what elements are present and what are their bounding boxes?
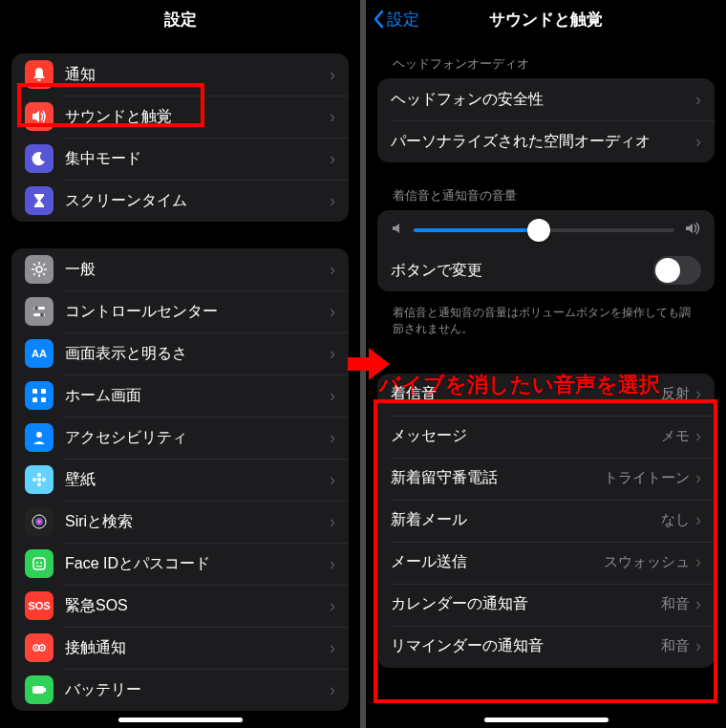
sound-label: 新着メール bbox=[391, 510, 661, 530]
slider-fill bbox=[414, 228, 539, 232]
sound-row[interactable]: 新着留守番電話トライトーン› bbox=[377, 458, 715, 500]
settings-screen: 設定 通知›サウンドと触覚›集中モード›スクリーンタイム› 一般›コントロールセ… bbox=[0, 0, 360, 728]
settings-row-moon[interactable]: 集中モード› bbox=[11, 138, 349, 180]
settings-row-SOS[interactable]: SOS緊急SOS› bbox=[11, 585, 349, 627]
chevron-right-icon: › bbox=[330, 638, 335, 658]
sound-row[interactable]: メール送信スウォッシュ› bbox=[377, 542, 715, 584]
sounds-haptics-screen: 設定 サウンドと触覚 ヘッドフォンオーディオ ヘッドフォンの安全性›パーソナライ… bbox=[366, 0, 726, 728]
row-label: 集中モード bbox=[65, 149, 330, 169]
chevron-right-icon: › bbox=[330, 680, 335, 700]
settings-row-speaker[interactable]: サウンドと触覚› bbox=[11, 96, 349, 138]
section-header-headphone: ヘッドフォンオーディオ bbox=[366, 38, 726, 78]
settings-row-siri[interactable]: Siriと検索› bbox=[11, 501, 349, 543]
svg-rect-25 bbox=[32, 686, 44, 694]
row-label: 通知 bbox=[65, 65, 330, 85]
SOS-icon: SOS bbox=[25, 591, 53, 620]
back-button[interactable]: 設定 bbox=[374, 9, 419, 31]
headphone-group: ヘッドフォンの安全性›パーソナライズされた空間オーディオ› bbox=[377, 78, 715, 162]
sound-label: カレンダーの通知音 bbox=[391, 594, 661, 614]
svg-rect-8 bbox=[41, 397, 46, 402]
row-label: Face IDとパスコード bbox=[65, 554, 330, 574]
settings-row-switches[interactable]: コントロールセンター› bbox=[11, 290, 349, 332]
chevron-left-icon bbox=[374, 10, 385, 29]
sound-label: 新着留守番電話 bbox=[391, 468, 604, 488]
chevron-right-icon: › bbox=[330, 428, 335, 448]
chevron-right-icon: › bbox=[330, 512, 335, 532]
slider-thumb[interactable] bbox=[527, 219, 550, 242]
face-icon bbox=[25, 549, 53, 578]
svg-point-12 bbox=[37, 482, 41, 486]
home-indicator[interactable] bbox=[484, 717, 609, 722]
svg-rect-6 bbox=[41, 389, 46, 394]
contact-icon bbox=[25, 633, 53, 662]
moon-icon bbox=[25, 144, 53, 173]
row-label: スクリーンタイム bbox=[65, 191, 330, 211]
svg-point-10 bbox=[37, 478, 41, 482]
row-label: 緊急SOS bbox=[65, 596, 330, 616]
row-label: Siriと検索 bbox=[65, 512, 330, 532]
sound-value: なし bbox=[661, 511, 690, 529]
settings-row-flower[interactable]: 壁紙› bbox=[11, 459, 349, 501]
svg-point-14 bbox=[42, 478, 46, 482]
sound-value: 反射 bbox=[661, 385, 690, 403]
sound-row[interactable]: リマインダーの通知音和音› bbox=[377, 626, 715, 668]
change-with-buttons-row[interactable]: ボタンで変更 bbox=[377, 249, 715, 291]
volume-group: ボタンで変更 bbox=[377, 210, 715, 291]
settings-row-gear[interactable]: 一般› bbox=[11, 248, 349, 290]
chevron-right-icon: › bbox=[330, 260, 335, 280]
sound-value: スウォッシュ bbox=[604, 553, 690, 571]
sound-row[interactable]: 新着メールなし› bbox=[377, 500, 715, 542]
volume-low-icon bbox=[391, 222, 404, 238]
arrow-annotation bbox=[348, 346, 390, 386]
sound-label: メール送信 bbox=[391, 552, 604, 572]
chevron-right-icon: › bbox=[695, 426, 701, 446]
change-with-buttons-toggle[interactable] bbox=[653, 256, 701, 285]
svg-point-9 bbox=[36, 432, 42, 438]
settings-row-grid[interactable]: ホーム画面› bbox=[11, 375, 349, 417]
sound-row[interactable]: メッセージメモ› bbox=[377, 416, 715, 458]
settings-group-2: 一般›コントロールセンター›AA画面表示と明るさ›ホーム画面›アクセシビリティ›… bbox=[11, 248, 349, 711]
svg-point-17 bbox=[37, 520, 41, 524]
row-label: 壁紙 bbox=[65, 470, 330, 490]
svg-point-23 bbox=[35, 647, 37, 649]
chevron-right-icon: › bbox=[695, 552, 701, 572]
volume-slider[interactable] bbox=[414, 228, 674, 232]
row-label: バッテリー bbox=[65, 680, 330, 700]
sound-row[interactable]: 着信音反射› bbox=[377, 374, 715, 416]
chevron-right-icon: › bbox=[330, 470, 335, 490]
hp-row[interactable]: ヘッドフォンの安全性› bbox=[377, 78, 715, 120]
settings-row-face[interactable]: Face IDとパスコード› bbox=[11, 543, 349, 585]
nav-title: 設定 bbox=[164, 9, 197, 31]
AA-icon: AA bbox=[25, 339, 53, 368]
row-label: サウンドと触覚 bbox=[65, 107, 330, 127]
chevron-right-icon: › bbox=[695, 510, 701, 530]
svg-point-11 bbox=[37, 473, 41, 477]
flower-icon bbox=[25, 465, 53, 494]
speaker-icon bbox=[25, 102, 53, 131]
sound-value: 和音 bbox=[661, 637, 690, 655]
chevron-right-icon: › bbox=[695, 132, 701, 152]
row-label: 接触通知 bbox=[65, 638, 330, 658]
chevron-right-icon: › bbox=[330, 302, 335, 322]
home-indicator[interactable] bbox=[118, 717, 243, 722]
back-label: 設定 bbox=[387, 9, 419, 31]
hp-row[interactable]: パーソナライズされた空間オーディオ› bbox=[377, 120, 715, 162]
chevron-right-icon: › bbox=[330, 554, 335, 574]
nav-title: サウンドと触覚 bbox=[489, 9, 603, 31]
chevron-right-icon: › bbox=[330, 191, 335, 211]
settings-row-bell[interactable]: 通知› bbox=[11, 54, 349, 96]
battery-icon bbox=[25, 675, 53, 704]
row-label: アクセシビリティ bbox=[65, 428, 330, 448]
sound-row[interactable]: カレンダーの通知音和音› bbox=[377, 584, 715, 626]
svg-point-19 bbox=[36, 562, 38, 564]
toggle-label: ボタンで変更 bbox=[391, 261, 653, 281]
sound-label: リマインダーの通知音 bbox=[391, 636, 661, 656]
settings-row-person[interactable]: アクセシビリティ› bbox=[11, 417, 349, 459]
sounds-group: 着信音反射›メッセージメモ›新着留守番電話トライトーン›新着メールなし›メール送… bbox=[377, 374, 715, 668]
settings-row-AA[interactable]: AA画面表示と明るさ› bbox=[11, 332, 349, 375]
sound-value: トライトーン bbox=[604, 469, 690, 487]
settings-row-battery[interactable]: バッテリー› bbox=[11, 669, 349, 711]
chevron-right-icon: › bbox=[695, 636, 701, 656]
settings-row-contact[interactable]: 接触通知› bbox=[11, 627, 349, 669]
settings-row-hourglass[interactable]: スクリーンタイム› bbox=[11, 180, 349, 222]
